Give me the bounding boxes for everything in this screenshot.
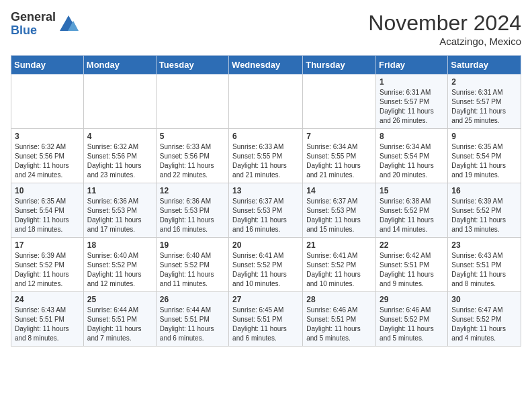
calendar-cell (156, 75, 228, 129)
day-number: 10 (15, 186, 80, 195)
calendar-table: SundayMondayTuesdayWednesdayThursdayFrid… (11, 55, 521, 347)
calendar-cell: 21Sunrise: 6:41 AM Sunset: 5:52 PM Dayli… (303, 238, 376, 292)
logo-general: General (11, 11, 56, 24)
day-info: Sunrise: 6:39 AM Sunset: 5:52 PM Dayligh… (15, 251, 80, 289)
calendar-cell: 2Sunrise: 6:31 AM Sunset: 5:57 PM Daylig… (448, 75, 521, 129)
day-info: Sunrise: 6:46 AM Sunset: 5:51 PM Dayligh… (306, 306, 372, 343)
day-number: 5 (160, 132, 225, 141)
day-number: 3 (15, 132, 80, 141)
day-info: Sunrise: 6:41 AM Sunset: 5:52 PM Dayligh… (306, 251, 372, 289)
day-number: 19 (160, 240, 225, 250)
calendar-cell: 18Sunrise: 6:40 AM Sunset: 5:52 PM Dayli… (83, 238, 156, 292)
day-info: Sunrise: 6:44 AM Sunset: 5:51 PM Dayligh… (87, 306, 152, 343)
day-number: 8 (380, 132, 444, 141)
day-info: Sunrise: 6:45 AM Sunset: 5:51 PM Dayligh… (232, 306, 299, 343)
day-number: 15 (380, 186, 444, 195)
day-number: 25 (87, 295, 152, 304)
calendar-cell: 24Sunrise: 6:43 AM Sunset: 5:51 PM Dayli… (11, 292, 84, 347)
calendar-cell: 19Sunrise: 6:40 AM Sunset: 5:52 PM Dayli… (156, 238, 228, 292)
day-info: Sunrise: 6:36 AM Sunset: 5:53 PM Dayligh… (160, 197, 225, 234)
calendar-cell: 1Sunrise: 6:31 AM Sunset: 5:57 PM Daylig… (376, 75, 448, 129)
calendar-cell: 15Sunrise: 6:38 AM Sunset: 5:52 PM Dayli… (376, 183, 448, 238)
day-info: Sunrise: 6:37 AM Sunset: 5:53 PM Dayligh… (232, 197, 299, 234)
day-number: 9 (451, 132, 517, 141)
calendar-cell (229, 75, 303, 129)
day-info: Sunrise: 6:35 AM Sunset: 5:54 PM Dayligh… (451, 142, 517, 180)
day-info: Sunrise: 6:31 AM Sunset: 5:57 PM Dayligh… (451, 88, 517, 126)
day-number: 30 (451, 295, 517, 304)
calendar-cell: 30Sunrise: 6:47 AM Sunset: 5:52 PM Dayli… (448, 292, 521, 347)
calendar-cell (83, 75, 156, 129)
calendar-cell: 5Sunrise: 6:33 AM Sunset: 5:56 PM Daylig… (156, 129, 228, 183)
calendar-cell: 4Sunrise: 6:32 AM Sunset: 5:56 PM Daylig… (83, 129, 156, 183)
day-number: 21 (306, 240, 372, 250)
day-number: 28 (306, 295, 372, 304)
logo: General Blue (11, 11, 79, 38)
day-number: 18 (87, 240, 152, 250)
day-info: Sunrise: 6:41 AM Sunset: 5:52 PM Dayligh… (232, 251, 299, 289)
day-number: 14 (306, 186, 372, 195)
calendar-cell: 13Sunrise: 6:37 AM Sunset: 5:53 PM Dayli… (229, 183, 303, 238)
day-info: Sunrise: 6:32 AM Sunset: 5:56 PM Dayligh… (87, 142, 152, 180)
calendar-cell: 16Sunrise: 6:39 AM Sunset: 5:52 PM Dayli… (448, 183, 521, 238)
day-info: Sunrise: 6:36 AM Sunset: 5:53 PM Dayligh… (87, 197, 152, 234)
day-info: Sunrise: 6:35 AM Sunset: 5:54 PM Dayligh… (15, 197, 80, 234)
day-number: 16 (451, 186, 517, 195)
day-number: 6 (232, 132, 299, 141)
day-number: 13 (232, 186, 299, 195)
day-info: Sunrise: 6:33 AM Sunset: 5:56 PM Dayligh… (160, 142, 225, 180)
day-info: Sunrise: 6:42 AM Sunset: 5:51 PM Dayligh… (380, 251, 444, 289)
day-info: Sunrise: 6:32 AM Sunset: 5:56 PM Dayligh… (15, 142, 80, 180)
calendar-cell: 3Sunrise: 6:32 AM Sunset: 5:56 PM Daylig… (11, 129, 84, 183)
day-number: 11 (87, 186, 152, 195)
day-number: 12 (160, 186, 225, 195)
day-info: Sunrise: 6:31 AM Sunset: 5:57 PM Dayligh… (380, 88, 444, 126)
day-info: Sunrise: 6:33 AM Sunset: 5:55 PM Dayligh… (232, 142, 299, 180)
day-number: 4 (87, 132, 152, 141)
day-info: Sunrise: 6:43 AM Sunset: 5:51 PM Dayligh… (451, 251, 517, 289)
calendar-cell: 25Sunrise: 6:44 AM Sunset: 5:51 PM Dayli… (83, 292, 156, 347)
calendar-cell: 6Sunrise: 6:33 AM Sunset: 5:55 PM Daylig… (229, 129, 303, 183)
day-info: Sunrise: 6:40 AM Sunset: 5:52 PM Dayligh… (160, 251, 225, 289)
calendar-cell: 22Sunrise: 6:42 AM Sunset: 5:51 PM Dayli… (376, 238, 448, 292)
calendar-cell (303, 75, 376, 129)
calendar-cell: 17Sunrise: 6:39 AM Sunset: 5:52 PM Dayli… (11, 238, 84, 292)
calendar-cell: 10Sunrise: 6:35 AM Sunset: 5:54 PM Dayli… (11, 183, 84, 238)
day-of-week-header: Monday (83, 56, 156, 75)
day-number: 23 (451, 240, 517, 250)
calendar-header: SundayMondayTuesdayWednesdayThursdayFrid… (11, 56, 521, 75)
day-of-week-header: Tuesday (156, 56, 228, 75)
month-title: November 2024 (368, 11, 521, 36)
day-info: Sunrise: 6:46 AM Sunset: 5:52 PM Dayligh… (380, 306, 444, 343)
calendar-cell: 11Sunrise: 6:36 AM Sunset: 5:53 PM Dayli… (83, 183, 156, 238)
day-of-week-header: Thursday (303, 56, 376, 75)
day-number: 26 (160, 295, 225, 304)
calendar-cell (11, 75, 84, 129)
day-number: 17 (15, 240, 80, 250)
day-of-week-header: Friday (376, 56, 448, 75)
day-number: 2 (451, 77, 517, 87)
calendar-cell: 8Sunrise: 6:34 AM Sunset: 5:54 PM Daylig… (376, 129, 448, 183)
page-header: General Blue November 2024 Acatzingo, Me… (11, 11, 521, 47)
day-info: Sunrise: 6:38 AM Sunset: 5:52 PM Dayligh… (380, 197, 444, 234)
calendar-cell: 27Sunrise: 6:45 AM Sunset: 5:51 PM Dayli… (229, 292, 303, 347)
day-number: 20 (232, 240, 299, 250)
day-number: 27 (232, 295, 299, 304)
logo-icon (58, 14, 79, 34)
day-info: Sunrise: 6:47 AM Sunset: 5:52 PM Dayligh… (451, 306, 517, 343)
calendar-cell: 23Sunrise: 6:43 AM Sunset: 5:51 PM Dayli… (448, 238, 521, 292)
calendar-cell: 7Sunrise: 6:34 AM Sunset: 5:55 PM Daylig… (303, 129, 376, 183)
calendar-cell: 20Sunrise: 6:41 AM Sunset: 5:52 PM Dayli… (229, 238, 303, 292)
day-of-week-header: Wednesday (229, 56, 303, 75)
day-number: 24 (15, 295, 80, 304)
day-info: Sunrise: 6:44 AM Sunset: 5:51 PM Dayligh… (160, 306, 225, 343)
day-info: Sunrise: 6:37 AM Sunset: 5:53 PM Dayligh… (306, 197, 372, 234)
day-info: Sunrise: 6:39 AM Sunset: 5:52 PM Dayligh… (451, 197, 517, 234)
location: Acatzingo, Mexico (368, 36, 521, 47)
calendar-cell: 28Sunrise: 6:46 AM Sunset: 5:51 PM Dayli… (303, 292, 376, 347)
day-of-week-header: Sunday (11, 56, 84, 75)
calendar-cell: 29Sunrise: 6:46 AM Sunset: 5:52 PM Dayli… (376, 292, 448, 347)
day-number: 22 (380, 240, 444, 250)
day-of-week-header: Saturday (448, 56, 521, 75)
title-block: November 2024 Acatzingo, Mexico (368, 11, 521, 47)
